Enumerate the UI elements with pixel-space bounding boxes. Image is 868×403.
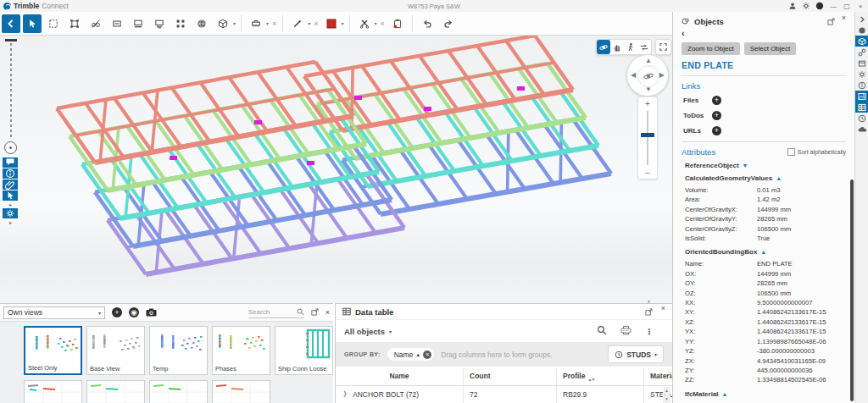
view-thumbnail-base-view[interactable]: Base View [86,326,145,375]
add-todos-button[interactable]: + [712,111,721,120]
close-icon[interactable]: × [661,304,665,319]
pan-tool-button[interactable] [610,40,624,54]
clip-dropdown-caret[interactable]: ▾ [375,20,377,26]
checkbox[interactable] [787,148,795,156]
clip-button[interactable] [355,14,374,33]
dock-pointer-button[interactable] [3,190,18,201]
3d-model[interactable] [0,36,672,303]
zoom-slider[interactable]: + − [637,97,658,179]
popout-icon[interactable] [311,308,319,317]
expand-icon[interactable]: ▼ [743,163,748,168]
zoom-to-object-button[interactable]: Zoom to Object [682,42,740,55]
dock-comment-button[interactable] [3,157,18,168]
data-table-toggle[interactable] [855,102,868,113]
scroll-down-icon[interactable]: ▼ [663,395,670,403]
table-scrollbar[interactable]: ▲▼ [663,387,670,403]
camera-icon[interactable] [146,305,157,320]
objects-panel-toggle[interactable] [855,36,868,47]
navigation-wheel[interactable]: ▲ ▼ ◀ ▶ [626,54,669,97]
view-box-3-button[interactable] [150,14,169,33]
focus-center-button[interactable] [171,14,190,33]
column-header-material[interactable]: Material [650,372,672,380]
wheel-up-icon[interactable]: ▲ [645,58,652,64]
collapse-icon[interactable]: ▲ [722,391,728,397]
window-close-button[interactable]: × [856,2,865,10]
add-view-button[interactable]: + [112,307,122,317]
close-icon[interactable]: × [842,14,846,29]
object-scope-select[interactable]: All objects ▾ [344,327,392,336]
attribute-group-calculatedgeometryvalues[interactable]: CalculatedGeometryValues▲ [685,174,846,182]
remove-group-icon[interactable]: × [423,351,431,359]
collapse-icon[interactable]: ▲ [776,175,782,181]
view-thumbnail-partial[interactable] [86,380,145,403]
markup-color-button[interactable] [322,14,341,33]
swap-tool-button[interactable] [637,40,651,54]
dock-attachment-button[interactable] [3,179,18,190]
wheel-down-icon[interactable]: ▼ [645,86,652,93]
sort-asc-icon[interactable]: ▲ [415,352,420,357]
view-settings-button[interactable]: ◉ [129,307,139,317]
zoom-in-icon[interactable]: + [638,99,657,108]
section-slider-handle[interactable] [5,39,17,41]
back-chevron-icon[interactable]: ‹ [682,29,846,40]
column-header-profile[interactable]: Profile▲▼ [563,372,585,380]
back-button[interactable] [2,14,20,33]
wheel-orbit-icon[interactable] [637,65,659,87]
export-icon[interactable] [620,323,632,339]
dock-expand-icon[interactable]: ▸ [3,202,19,208]
sort-icon[interactable]: ▲▼ [587,377,594,382]
info-panel-toggle[interactable] [855,80,868,91]
user-icon[interactable] [788,2,797,10]
view-box-2-button[interactable] [129,14,147,33]
redo-button[interactable] [439,14,458,33]
zoom-track[interactable] [647,111,648,165]
attribute-group-orientedboundingbox[interactable]: OrientedBoundingBox▲ [685,248,846,256]
view-thumbnail-partial[interactable] [149,380,208,403]
markup-pen-clear-button[interactable]: × [314,19,318,28]
dock-settings-button[interactable] [3,208,18,218]
window-minimize-button[interactable]: — [829,2,837,10]
links-panel-toggle[interactable] [855,47,868,58]
view-thumbnail-steel-only[interactable]: Steel Only [24,326,82,375]
add-urls-button[interactable]: + [712,126,721,135]
settings-gear-icon[interactable] [802,2,810,10]
window-maximize-button[interactable]: ▢ [843,2,851,10]
attribute-group-referenceobject[interactable]: ReferenceObject▼ [685,162,846,169]
measure-button[interactable] [247,14,265,33]
kebab-menu-icon[interactable]: ⋮ [645,327,654,336]
settings-panel-toggle[interactable] [855,69,868,80]
preset-studs-button[interactable]: STUDS ▾ [608,345,664,363]
group-pill-name[interactable]: Name ▲ × [387,348,435,361]
marquee-select-button[interactable] [44,14,63,33]
views-search-input[interactable]: Search [248,307,304,318]
view-thumbnail-partial[interactable] [24,380,82,403]
select-object-button[interactable]: Select Object [744,42,797,55]
view-box-1-button[interactable] [108,14,126,33]
3d-viewport[interactable]: ▸▸ ▲ ▼ ◀ ▶ + − z x [0,36,672,303]
earth-button[interactable] [192,14,211,33]
table-row[interactable]: ❭ANCHOR BOLT (72)72RB29.9STEEL [336,385,672,403]
avatar[interactable] [815,2,824,10]
markup-pen-button[interactable] [288,14,307,33]
markup-color-dropdown-caret[interactable]: ▾ [342,20,344,26]
dock-expand-icon[interactable]: ▸ [3,219,19,226]
add-files-button[interactable]: + [712,96,721,105]
view-thumbnail-temp[interactable]: Temp [149,326,208,375]
cube-views-button[interactable] [214,14,232,33]
hide-object-button[interactable] [86,14,105,33]
status[interactable] [855,25,868,36]
measure-dropdown-caret[interactable]: ▾ [266,20,269,26]
column-header-count[interactable]: Count [470,372,491,380]
expand-row-icon[interactable]: ❭ [342,390,348,397]
activity-panel-toggle[interactable] [855,113,868,124]
cube-views-dropdown-caret[interactable]: ▾ [233,20,236,26]
views-panel-toggle[interactable] [855,91,868,102]
clip-clear-button[interactable]: × [381,19,385,28]
section-plane-tool-icon[interactable] [4,141,17,154]
vertex-select-button[interactable] [65,14,84,33]
section-slider-track[interactable] [10,43,12,138]
scroll-up-icon[interactable]: ▲ [663,387,670,395]
sort-alphabetically-checkbox[interactable]: Sort alphabetically [787,148,846,156]
markup-pen-dropdown-caret[interactable]: ▾ [308,20,310,26]
orbit-tool-button[interactable] [597,40,610,54]
